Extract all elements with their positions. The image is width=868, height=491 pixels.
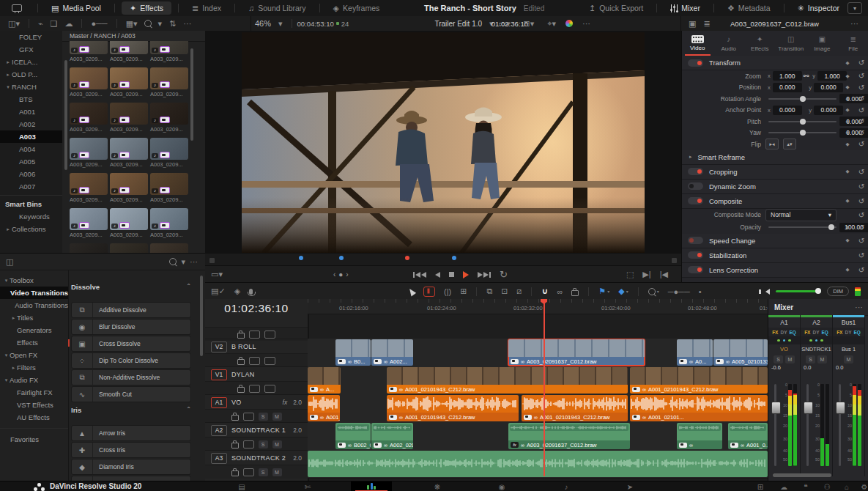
slider-handle[interactable] [800,119,806,125]
solo-button[interactable]: S [259,468,268,476]
section-toggle[interactable] [688,237,703,244]
color-wheel-icon[interactable] [565,20,573,27]
fit-screen-icon[interactable]: ⬚ [626,270,634,278]
effects-category-audio-transitions[interactable]: Audio Transitions [0,299,68,311]
inspector-section-transform[interactable]: Transform◆↺ [682,56,868,70]
search-options-icon[interactable]: ▾ [158,20,163,28]
chevron-down-icon[interactable]: ▾ [4,84,12,90]
marker-red[interactable] [405,256,409,260]
link-xy-icon[interactable]: ⚯ [804,73,809,80]
slider-handle[interactable] [828,224,834,230]
effects-category-audio-fx[interactable]: ▾Audio FX [0,374,68,386]
track-header-a3[interactable]: A3SOUNDTRACK 22.0 [205,450,308,465]
reset-icon[interactable]: ↺ [854,251,868,259]
reset-icon[interactable]: ↺ [854,266,868,274]
plugin-dot[interactable] [809,339,812,342]
timeline-clip[interactable]: ∞B0... [335,339,371,366]
media-clip-thumbnail[interactable]: ♪ [110,138,148,160]
effects-category-open-fx[interactable]: ▾Open FX [0,349,68,361]
reset-icon[interactable]: ↺ [854,84,868,92]
param-slider[interactable] [768,132,837,133]
media-clip-thumbnail[interactable]: ♪ [110,67,148,89]
inspector-tab-video[interactable]: Video [682,31,713,56]
plugin-dot[interactable] [783,339,786,342]
resize-viewer-icon[interactable]: ▭▾ [211,270,223,278]
track-id-badge[interactable]: A2 [211,425,227,436]
chevron-right-icon[interactable]: ▸ [10,315,17,321]
track-header-a1[interactable]: A1VOfx2.0 [205,394,308,410]
media-clip-thumbnail[interactable]: ♪ [150,103,188,125]
sidebar-bin-gfx[interactable]: GFX [0,43,62,56]
link-clips-icon[interactable]: ∞ [557,287,563,296]
match-frame-icon[interactable]: ▶| [642,270,650,278]
page-button-fairlight-page-icon[interactable]: ♪ [559,482,574,491]
range-in-handle[interactable] [209,258,215,263]
strip-fx-button[interactable]: FX [804,330,810,335]
reset-icon[interactable]: ↺ [854,72,868,80]
sidebar-bin-a006[interactable]: A006 [0,168,62,180]
panel-toggle-icon[interactable]: ◫ [6,258,13,266]
param-slider[interactable] [768,226,837,228]
keyframe-icon[interactable]: ◆ [841,107,854,113]
chevron-right-icon[interactable]: ▸ [4,226,12,232]
page-button-deliver-page-icon[interactable]: ➤ [623,482,637,491]
effect-diamond-iris[interactable]: ◆Diamond Iris [71,459,191,475]
chevron-down-icon[interactable]: ▾ [278,20,283,28]
media-clip-thumbnail[interactable]: ♪ [110,41,148,54]
page-button-cut-page-icon[interactable]: ✄ [300,482,315,491]
page-button-fusion-page-icon[interactable]: ❋ [430,482,445,491]
insert-clip-icon[interactable]: ⧉ [486,287,492,296]
reset-icon[interactable]: ↺ [854,140,868,148]
voiceover-mic-icon[interactable] [249,289,253,295]
effects-category-vst-effects[interactable]: VST Effects [0,399,68,411]
slider-handle[interactable] [800,130,806,136]
sidebar-bin-a004[interactable]: A004 [0,143,62,155]
stop-button[interactable] [449,272,454,277]
keyframe-icon[interactable]: ◆ [841,169,854,174]
speaker-icon[interactable] [765,289,770,295]
keyframe-icon[interactable]: ◆ [841,141,854,147]
chevron-right-icon[interactable]: ▸ [4,59,12,65]
page-button-media-page-icon[interactable]: ▤ [234,482,249,491]
timeline-clip[interactable]: ∞A... [308,367,341,394]
timeline-clip[interactable]: ∞A0... [677,339,713,366]
chat-icon[interactable]: ❝ [798,482,813,491]
jog-control[interactable]: ‹●› [333,270,352,278]
link-bins-icon[interactable]: ⌁ [38,20,43,28]
keyframe-icon[interactable]: ◆ [841,84,854,90]
media-clip-thumbnail[interactable]: ♪ [110,208,148,230]
media-clip-thumbnail[interactable]: ♪ [150,208,188,230]
media-clip-thumbnail[interactable]: ♪ [70,138,108,160]
remote-monitor-icon[interactable]: ⊞ [753,482,768,491]
scrollbar[interactable] [200,276,203,356]
media-clip-thumbnail[interactable]: ♪ [70,103,108,125]
track-id-badge[interactable]: A1 [211,397,227,408]
cloud-media-icon[interactable]: ☁ [64,20,73,28]
inspector-tab-audio[interactable]: ♪Audio [713,31,745,56]
keyframe-icon[interactable]: ◆ [841,267,854,273]
media-clip-thumbnail[interactable]: ♪ [150,67,188,89]
effects-category-generators[interactable]: Generators [0,324,68,336]
timeline-clip[interactable]: ∞B002_0... [335,423,371,449]
inspector-tab-file[interactable]: ≣File [838,31,868,56]
track-id-badge[interactable]: V1 [211,369,227,380]
timeline-clip[interactable] [308,451,768,477]
inspector-section-smart-reframe[interactable]: ▸Smart Reframe [682,150,868,165]
effects-category-video-transitions[interactable]: Video Transitions [0,287,68,299]
chevron-down-icon[interactable]: ▾ [3,278,10,284]
timeline-clip[interactable]: ∞A001_0... [728,423,768,449]
media-clip-thumbnail[interactable]: ♪ [110,243,148,253]
effects-category-filters[interactable]: ▸Filters [0,361,68,374]
chevron-right-icon[interactable]: ▸ [10,365,17,371]
chevron-right-icon[interactable]: ▸ [4,72,12,78]
top-button-inspector[interactable]: ✳Inspector [790,0,847,16]
sidebar-bin-a002[interactable]: A002 [0,118,62,130]
media-clip-thumbnail[interactable]: ♪ [70,173,108,195]
reset-icon[interactable]: ↺ [854,182,868,191]
selection-tool-icon[interactable] [409,288,415,295]
inspector-tab-image[interactable]: ▣Image [806,31,838,56]
media-clip-thumbnail[interactable]: ♪ [70,67,108,89]
auto-select-icon[interactable] [243,413,254,421]
keyframe-icon[interactable]: ◆ [841,237,854,243]
settings-icon[interactable]: ⚙ [857,482,868,491]
